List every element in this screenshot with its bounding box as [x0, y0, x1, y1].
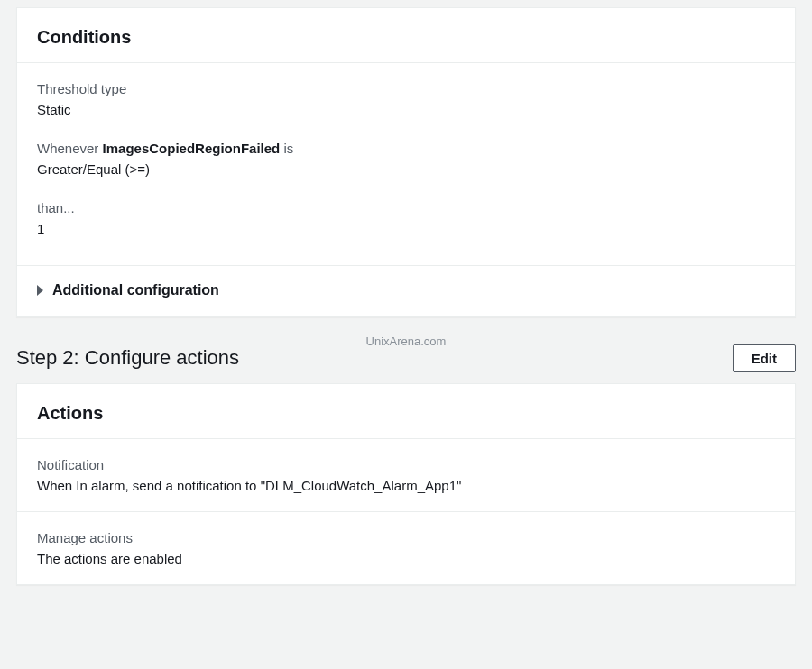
threshold-type-value: Static — [37, 100, 775, 119]
than-field: than... 1 — [37, 198, 775, 238]
actions-title: Actions — [37, 400, 775, 426]
manage-actions-field: Manage actions The actions are enabled — [17, 512, 795, 584]
edit-button[interactable]: Edit — [733, 344, 796, 372]
whenever-prefix: Whenever — [37, 141, 103, 156]
additional-configuration-label: Additional configuration — [52, 280, 219, 300]
step-2-row: UnixArena.com Step 2: Configure actions … — [16, 344, 796, 372]
notification-label: Notification — [37, 455, 775, 474]
watermark-text: UnixArena.com — [366, 334, 447, 350]
additional-configuration-expander[interactable]: Additional configuration — [17, 265, 795, 316]
actions-panel: Actions Notification When In alarm, send… — [16, 383, 796, 585]
conditions-panel: Conditions Threshold type Static Wheneve… — [16, 7, 796, 317]
whenever-suffix: is — [280, 141, 293, 156]
actions-header: Actions — [17, 384, 795, 439]
conditions-title: Conditions — [37, 24, 775, 50]
threshold-type-label: Threshold type — [37, 79, 775, 98]
step-2-title: Step 2: Configure actions — [16, 344, 239, 372]
metric-name: ImagesCopiedRegionFailed — [103, 141, 281, 156]
whenever-label: Whenever ImagesCopiedRegionFailed is — [37, 139, 775, 158]
comparison-value: Greater/Equal (>=) — [37, 160, 775, 179]
threshold-type-field: Threshold type Static — [37, 79, 775, 119]
than-value: 1 — [37, 219, 775, 238]
notification-value: When In alarm, send a notification to "D… — [37, 476, 775, 495]
notification-field: Notification When In alarm, send a notif… — [17, 439, 795, 512]
actions-body: Notification When In alarm, send a notif… — [17, 439, 795, 584]
than-label: than... — [37, 198, 775, 217]
whenever-field: Whenever ImagesCopiedRegionFailed is Gre… — [37, 139, 775, 179]
manage-actions-value: The actions are enabled — [37, 549, 775, 568]
conditions-header: Conditions — [17, 8, 795, 63]
conditions-body: Threshold type Static Whenever ImagesCop… — [17, 63, 795, 265]
caret-right-icon — [37, 285, 43, 296]
manage-actions-label: Manage actions — [37, 528, 775, 547]
